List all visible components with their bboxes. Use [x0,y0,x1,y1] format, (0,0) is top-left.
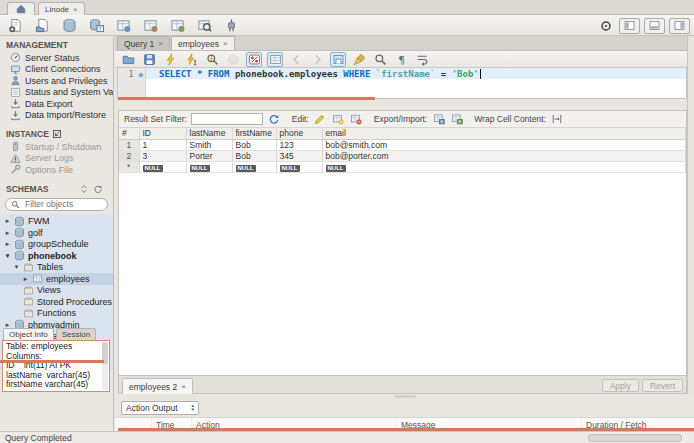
insert-row-icon[interactable] [331,112,346,126]
tab-object-info[interactable]: Object Info [3,328,54,340]
execute-icon[interactable] [162,52,178,67]
search-table-data-icon[interactable] [195,17,213,34]
column-header-firstname[interactable]: firstName [232,128,276,139]
apply-button[interactable]: Apply [602,379,639,392]
new-query-tab-icon[interactable] [6,17,24,34]
column-header-id[interactable]: ID [139,128,186,139]
tree-node-groupschedule[interactable]: ▸groupSchedule [0,239,113,251]
find-icon[interactable] [372,52,388,67]
new-view-icon[interactable] [114,17,132,34]
delete-row-icon[interactable] [349,112,364,126]
close-icon[interactable]: × [73,5,78,14]
edit-cell-icon[interactable] [313,112,328,126]
sidebar-item-client-connections[interactable]: Client Connections [0,64,113,76]
open-sql-script-icon[interactable] [33,17,51,34]
close-icon[interactable]: × [158,39,163,48]
schema-filter-input[interactable] [23,198,102,210]
close-icon[interactable]: × [223,39,228,48]
refresh-schemas-icon[interactable] [93,184,103,194]
limit-rows-icon[interactable] [267,52,283,67]
sql-statement-line[interactable]: SELECT * FROM phonebook.employees WHERE … [146,68,686,79]
column-header-phone[interactable]: phone [276,128,322,139]
tree-node-fwm[interactable]: ▸FWM [0,216,113,228]
stop-icon[interactable] [225,52,241,67]
execute-current-icon[interactable] [183,52,199,67]
sidebar-item-startup-shutdown[interactable]: Startup / Shutdown [0,141,113,153]
preferences-icon[interactable] [597,17,615,34]
tree-node-functions[interactable]: Functions [0,308,113,320]
column-header-rownum[interactable]: # [119,128,139,139]
grid-cell[interactable]: NULL [139,161,186,172]
toggle-bottom-panel-icon[interactable] [644,18,665,34]
grid-cell[interactable]: NULL [276,161,322,172]
grid-cell[interactable]: Smith [186,139,232,150]
grid-cell[interactable]: 3 [139,150,186,161]
grid-cell[interactable]: bob@porter.com [322,150,686,161]
reconnect-dbms-icon[interactable] [222,17,240,34]
grid-cell[interactable]: NULL [186,161,232,172]
expand-arrow-icon[interactable]: ▸ [4,217,11,225]
new-schema-icon[interactable] [60,17,78,34]
new-function-icon[interactable] [168,17,186,34]
sidebar-item-data-import-restore[interactable]: Data Import/Restore [0,110,113,122]
tab-session[interactable]: Session [56,328,96,340]
connection-tab-linode[interactable]: Linode × [38,2,85,15]
result-filter-input[interactable] [191,113,263,125]
sidebar-item-server-logs[interactable]: Server Logs [0,153,113,165]
toggle-stop-on-error-icon[interactable] [246,52,262,67]
tree-node-tables[interactable]: ▾Tables [0,262,113,274]
grid-cell[interactable]: 1 [139,139,186,150]
grid-cell[interactable]: 123 [276,139,322,150]
sidebar-item-users-and-privileges[interactable]: Users and Privileges [0,75,113,87]
invisible-chars-icon[interactable] [393,52,409,67]
row-number[interactable]: 2 [119,150,139,161]
grid-cell[interactable]: Porter [186,150,232,161]
step-back-icon[interactable] [288,52,304,67]
toggle-right-panel-icon[interactable] [669,18,690,34]
tree-node-views[interactable]: Views [0,285,113,297]
row-number[interactable]: * [119,161,139,172]
sidebar-item-options-file[interactable]: Options File [0,164,113,176]
toggle-autocommit-icon[interactable] [330,52,346,67]
cleanup-sql-icon[interactable] [351,52,367,67]
export-recordset-icon[interactable] [431,112,446,126]
close-icon[interactable]: × [181,382,186,391]
new-procedure-icon[interactable] [141,17,159,34]
object-info-scrollbar[interactable] [102,342,108,390]
grid-cell[interactable]: NULL [232,161,276,172]
sql-editor[interactable]: 1 ● SELECT * FROM phonebook.employees WH… [117,68,687,99]
open-file-icon[interactable] [120,52,136,67]
grid-cell[interactable]: Bob [232,139,276,150]
tree-node-phonebook[interactable]: ▾phonebook [0,250,113,262]
revert-button[interactable]: Revert [642,379,683,392]
horizontal-scrollbar[interactable] [588,434,682,442]
expand-arrow-icon[interactable]: ▸ [22,275,29,283]
tree-node-golf[interactable]: ▸golf [0,227,113,239]
row-number[interactable]: 1 [119,139,139,150]
sidebar-item-server-status[interactable]: Server Status [0,52,113,64]
refresh-icon[interactable] [267,112,282,126]
collapse-arrow-icon[interactable]: ▾ [4,252,11,260]
save-script-icon[interactable] [141,52,157,67]
grid-cell[interactable]: NULL [322,161,686,172]
explain-icon[interactable] [204,52,220,67]
tree-node-stored-procedures[interactable]: Stored Procedures [0,296,113,308]
home-tab[interactable] [7,2,35,15]
query-tab-query-1[interactable]: Query 1× [117,36,170,50]
toggle-left-panel-icon[interactable] [619,18,640,34]
import-records-icon[interactable] [449,112,464,126]
expand-arrow-icon[interactable]: ▸ [4,229,11,237]
wrap-text-icon[interactable] [414,52,430,67]
sidebar-item-status-and-system-variables[interactable]: Status and System Variables [0,87,113,99]
step-forward-icon[interactable] [309,52,325,67]
expand-arrow-icon[interactable]: ▸ [4,240,11,248]
collapse-arrow-icon[interactable]: ▾ [13,263,20,271]
sidebar-item-data-export[interactable]: Data Export [0,98,113,110]
grid-cell[interactable]: bob@smith.com [322,139,686,150]
new-table-icon[interactable] [87,17,105,34]
result-set-tab[interactable]: employees 2 × [122,378,193,394]
grid-cell[interactable]: 345 [276,150,322,161]
resize-schemas-icon[interactable] [79,184,89,194]
grid-cell[interactable]: Bob [232,150,276,161]
query-tab-employees[interactable]: employees× [171,36,235,50]
